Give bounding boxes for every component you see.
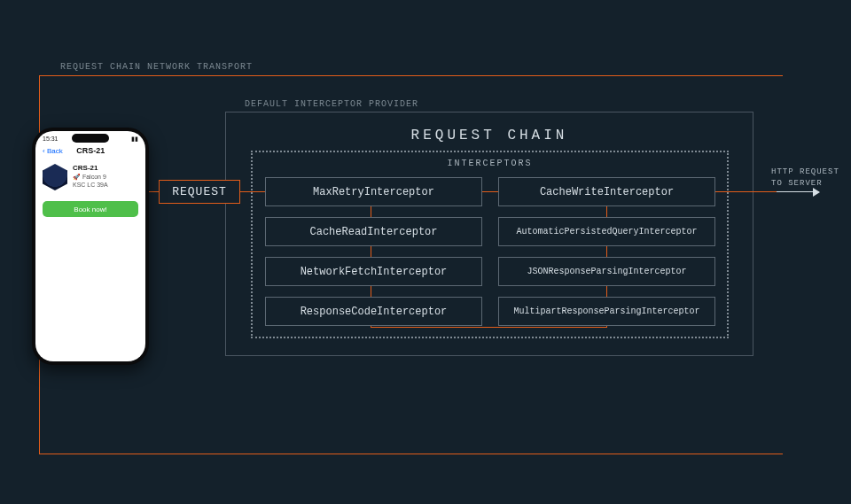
interceptor-box: AutomaticPersistedQueryInterceptor (498, 217, 715, 246)
request-chain-title: REQUEST CHAIN (225, 128, 753, 143)
back-label: Back (47, 147, 63, 155)
phone-mock: 15:31 ▮▮ ‹ Back CRS-21 CRS-21 🚀 Falcon 9… (32, 128, 149, 365)
phone-notch (72, 134, 109, 143)
mission-patch-icon (43, 164, 67, 190)
mission-name: CRS-21 (73, 164, 108, 173)
interceptor-box: CacheReadInterceptor (265, 217, 482, 246)
http-line1: HTTP REQUEST (771, 167, 839, 176)
interceptor-box: JSONResponseParsingInterceptor (498, 257, 715, 286)
launch-pad: KSC LC 39A (73, 181, 108, 189)
wifi-icon: ▮▮ (131, 136, 138, 143)
interceptor-box: MultipartResponseParsingInterceptor (498, 297, 715, 326)
connector (371, 327, 607, 328)
arrow-icon (777, 191, 819, 192)
page-title: CRS-21 (76, 146, 105, 155)
interceptor-box: NetworkFetchInterceptor (265, 257, 482, 286)
request-box: REQUEST (159, 180, 240, 204)
phone-screen: 15:31 ▮▮ ‹ Back CRS-21 CRS-21 🚀 Falcon 9… (35, 131, 145, 361)
rocket-name: Falcon 9 (82, 174, 106, 180)
http-line2: TO SERVER (771, 179, 823, 188)
phone-nav: ‹ Back CRS-21 (35, 143, 145, 160)
mission-row: CRS-21 🚀 Falcon 9 KSC LC 39A (35, 160, 145, 194)
interceptor-box: CacheWriteInterceptor (498, 177, 715, 206)
http-request-label: HTTP REQUEST TO SERVER (771, 167, 842, 189)
interceptors-grid: MaxRetryInterceptor CacheWriteIntercepto… (265, 177, 715, 326)
dip-label: DEFAULT INTERCEPTOR PROVIDER (245, 99, 418, 109)
transport-label: REQUEST CHAIN NETWORK TRANSPORT (60, 62, 253, 72)
interceptor-box: ResponseCodeInterceptor (265, 297, 482, 326)
back-button[interactable]: ‹ Back (43, 147, 63, 155)
rocket-icon: 🚀 (73, 174, 81, 180)
interceptor-box: MaxRetryInterceptor (265, 177, 482, 206)
book-button[interactable]: Book now! (43, 201, 138, 217)
interceptors-label: INTERCEPTORS (251, 159, 729, 168)
mission-meta: CRS-21 🚀 Falcon 9 KSC LC 39A (73, 164, 108, 190)
phone-time: 15:31 (43, 136, 59, 143)
